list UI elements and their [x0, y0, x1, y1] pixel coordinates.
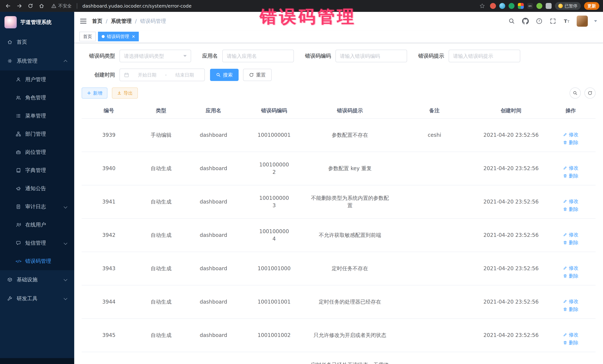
search-button[interactable]: 搜索 [210, 69, 239, 81]
extension-icon-on[interactable]: on [527, 3, 533, 9]
help-icon[interactable]: ? [535, 17, 543, 25]
error-msg-input[interactable] [453, 53, 516, 59]
add-button[interactable]: + 新增 [82, 88, 107, 99]
extension-icon-grid[interactable] [518, 3, 524, 9]
sidebar-item-online-users[interactable]: 在线用户 [0, 216, 74, 234]
extension-icon-puzzle[interactable] [546, 3, 552, 9]
tab-error-codes[interactable]: 错误码管理 ✕ [98, 32, 139, 41]
breadcrumb-home[interactable]: 首页 [92, 18, 103, 25]
sidebar-item-infrastructure[interactable]: 基础设施 [0, 270, 74, 289]
browser-home-icon[interactable] [37, 1, 46, 10]
update-button[interactable]: 更新 [584, 2, 599, 10]
bookmark-star-icon[interactable] [478, 1, 487, 10]
cell-remark [393, 319, 476, 352]
book-icon [16, 168, 21, 173]
delete-link[interactable]: 删除 [563, 339, 579, 346]
date-range-picker[interactable]: 开始日期 - 结束日期 [119, 69, 205, 81]
error-code-input[interactable] [340, 53, 403, 59]
col-remark: 备注 [393, 103, 476, 118]
trash-icon [563, 140, 567, 145]
security-label: 不安全 [58, 3, 72, 9]
close-icon[interactable]: ✕ [132, 34, 135, 39]
breadcrumb-current: 错误码管理 [140, 18, 166, 25]
edit-link[interactable]: 修改 [563, 131, 579, 138]
sidebar-logo[interactable]: 芋道管理系统 [0, 12, 74, 33]
edit-link[interactable]: 修改 [563, 298, 579, 305]
app-name-label: 应用名 [202, 53, 218, 59]
extension-icon-green-v[interactable] [509, 3, 514, 9]
extension-icon-red[interactable] [490, 3, 496, 9]
refresh-table-button[interactable] [584, 88, 596, 99]
delete-link[interactable]: 删除 [563, 272, 579, 280]
browser-forward-icon[interactable] [15, 1, 24, 10]
font-size-icon[interactable]: TT [563, 17, 570, 25]
cell-id: 3944 [82, 285, 136, 319]
extension-icon-drop[interactable] [499, 3, 505, 9]
megaphone-icon [16, 186, 21, 191]
hamburger-icon[interactable] [80, 19, 86, 23]
delete-link[interactable]: 删除 [563, 239, 579, 246]
search-icon[interactable] [508, 17, 515, 25]
filter-row-1: 错误码类型 应用名 错误码编码 [82, 50, 596, 62]
search-icon [216, 72, 221, 77]
cell-code: 1001001003 [241, 352, 307, 364]
cell-time: 2021-04-20 23:52:56 [476, 219, 546, 252]
table-row: 3939 手动编辑 dashboard 1001000001 参数配置不存在 c… [82, 118, 596, 152]
sidebar-item-sms[interactable]: 短信管理 [0, 234, 74, 252]
browser-back-icon[interactable] [4, 1, 13, 10]
sidebar-item-roles[interactable]: 角色管理 [0, 88, 74, 107]
sidebar-item-error-codes[interactable]: </> 错误码管理 [0, 252, 74, 270]
url-text[interactable]: dashboard.yudao.iocoder.cn/system/error-… [82, 3, 475, 9]
box-icon [7, 277, 13, 282]
edit-link[interactable]: 修改 [563, 198, 579, 205]
cell-type: 自动生成 [136, 152, 186, 185]
breadcrumb-system[interactable]: 系统管理 [111, 18, 132, 25]
sidebar-item-dictionary[interactable]: 字典管理 [0, 161, 74, 179]
edit-link[interactable]: 修改 [563, 231, 579, 238]
app-name-input[interactable] [227, 53, 290, 59]
sidebar-item-users[interactable]: 用户管理 [0, 70, 74, 88]
browser-chrome: 不安全 dashboard.yudao.iocoder.cn/system/er… [0, 0, 603, 12]
list-icon [16, 113, 21, 118]
cell-actions: 修改 删除 [546, 285, 596, 319]
github-icon[interactable] [522, 17, 529, 25]
cell-msg: 不能删除类型为系统内置的参数配置 [307, 185, 393, 219]
delete-link[interactable]: 删除 [563, 172, 579, 180]
delete-link[interactable]: 删除 [563, 306, 579, 313]
sidebar-item-home[interactable]: 首页 [0, 33, 74, 52]
error-msg-field[interactable] [449, 50, 520, 62]
sidebar-item-dev-tools[interactable]: 研发工具 [0, 289, 74, 308]
sidebar-item-menus[interactable]: 菜单管理 [0, 107, 74, 125]
sidebar-item-notices[interactable]: 通知公告 [0, 179, 74, 198]
edit-link[interactable]: 修改 [563, 331, 579, 338]
show-search-button[interactable] [570, 88, 581, 99]
tab-home[interactable]: 首页 [79, 32, 96, 41]
delete-link[interactable]: 删除 [563, 139, 579, 146]
sidebar-item-posts[interactable]: 岗位管理 [0, 143, 74, 161]
paused-badge[interactable]: 已暂停 [555, 2, 581, 10]
sidebar-item-system[interactable]: 系统管理 [0, 52, 74, 70]
org-tree-icon [16, 132, 21, 137]
sidebar-item-departments[interactable]: 部门管理 [0, 125, 74, 143]
col-time: 创建时间 [476, 103, 546, 118]
browser-reload-icon[interactable] [26, 1, 35, 10]
delete-link[interactable]: 删除 [563, 206, 579, 213]
user-avatar[interactable] [577, 16, 588, 27]
edit-link[interactable]: 修改 [563, 264, 579, 272]
search-icon [573, 91, 578, 95]
security-warning[interactable]: 不安全 [51, 3, 72, 9]
cell-time: 2021-04-20 23:52:56 [476, 252, 546, 285]
chevron-down-icon [64, 205, 67, 209]
error-type-select-input[interactable] [124, 53, 181, 59]
error-type-select[interactable] [119, 50, 191, 62]
sidebar-item-audit-logs[interactable]: 审计日志 [0, 198, 74, 216]
error-code-field[interactable] [336, 50, 407, 62]
reset-button[interactable]: 重置 [243, 69, 272, 81]
export-button[interactable]: 导出 [112, 88, 138, 99]
cell-remark: ceshi [393, 118, 476, 152]
app-name-field[interactable] [222, 50, 294, 62]
edit-link[interactable]: 修改 [563, 164, 579, 172]
avatar-caret-icon[interactable] [594, 20, 597, 22]
extension-icon-leaf[interactable] [536, 3, 542, 9]
fullscreen-icon[interactable] [549, 17, 557, 25]
